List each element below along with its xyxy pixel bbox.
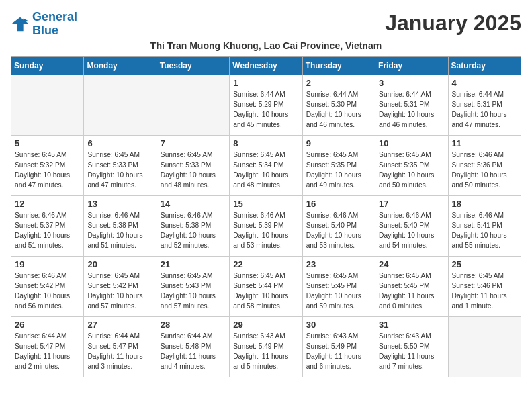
day-number: 26 (15, 320, 80, 330)
day-info: Sunrise: 6:44 AM Sunset: 5:47 PM Dayligh… (15, 331, 80, 372)
table-cell: 22Sunrise: 6:45 AM Sunset: 5:44 PM Dayli… (230, 256, 302, 316)
day-info: Sunrise: 6:45 AM Sunset: 5:35 PM Dayligh… (379, 150, 444, 191)
day-info: Sunrise: 6:44 AM Sunset: 5:47 PM Dayligh… (87, 331, 152, 372)
table-cell: 6Sunrise: 6:45 AM Sunset: 5:33 PM Daylig… (84, 135, 157, 195)
table-cell: 31Sunrise: 6:43 AM Sunset: 5:50 PM Dayli… (375, 316, 448, 377)
day-number: 14 (161, 199, 226, 209)
col-friday: Friday (375, 56, 448, 75)
table-cell: 8Sunrise: 6:45 AM Sunset: 5:34 PM Daylig… (230, 135, 302, 195)
table-cell: 7Sunrise: 6:45 AM Sunset: 5:33 PM Daylig… (157, 135, 229, 195)
day-number: 22 (233, 259, 298, 269)
day-info: Sunrise: 6:45 AM Sunset: 5:45 PM Dayligh… (306, 271, 371, 312)
day-number: 20 (87, 259, 152, 269)
day-info: Sunrise: 6:45 AM Sunset: 5:46 PM Dayligh… (452, 271, 517, 312)
table-cell: 23Sunrise: 6:45 AM Sunset: 5:45 PM Dayli… (302, 256, 375, 316)
day-number: 8 (233, 138, 298, 148)
day-info: Sunrise: 6:43 AM Sunset: 5:49 PM Dayligh… (306, 331, 371, 372)
day-info: Sunrise: 6:46 AM Sunset: 5:40 PM Dayligh… (379, 210, 444, 251)
table-cell: 27Sunrise: 6:44 AM Sunset: 5:47 PM Dayli… (84, 316, 157, 377)
table-cell: 20Sunrise: 6:45 AM Sunset: 5:42 PM Dayli… (84, 256, 157, 316)
day-number: 19 (15, 259, 80, 269)
day-info: Sunrise: 6:45 AM Sunset: 5:43 PM Dayligh… (161, 271, 226, 312)
table-cell: 19Sunrise: 6:46 AM Sunset: 5:42 PM Dayli… (11, 256, 84, 316)
day-info: Sunrise: 6:44 AM Sunset: 5:31 PM Dayligh… (452, 89, 517, 130)
table-cell (448, 316, 521, 377)
table-cell: 28Sunrise: 6:44 AM Sunset: 5:48 PM Dayli… (157, 316, 229, 377)
day-info: Sunrise: 6:46 AM Sunset: 5:38 PM Dayligh… (87, 210, 152, 251)
day-number: 25 (452, 259, 517, 269)
day-info: Sunrise: 6:45 AM Sunset: 5:34 PM Dayligh… (233, 150, 298, 191)
logo-line2: Blue (32, 24, 58, 37)
day-info: Sunrise: 6:46 AM Sunset: 5:37 PM Dayligh… (15, 210, 80, 251)
day-info: Sunrise: 6:45 AM Sunset: 5:33 PM Dayligh… (87, 150, 152, 191)
day-number: 21 (161, 259, 226, 269)
table-cell: 17Sunrise: 6:46 AM Sunset: 5:40 PM Dayli… (375, 195, 448, 256)
table-cell: 5Sunrise: 6:45 AM Sunset: 5:32 PM Daylig… (11, 135, 84, 195)
day-number: 11 (452, 138, 517, 148)
table-cell: 14Sunrise: 6:46 AM Sunset: 5:38 PM Dayli… (157, 195, 229, 256)
col-thursday: Thursday (302, 56, 375, 75)
day-info: Sunrise: 6:43 AM Sunset: 5:49 PM Dayligh… (233, 331, 298, 372)
day-number: 13 (87, 199, 152, 209)
day-info: Sunrise: 6:46 AM Sunset: 5:41 PM Dayligh… (452, 210, 517, 251)
day-info: Sunrise: 6:46 AM Sunset: 5:42 PM Dayligh… (15, 271, 80, 312)
calendar-row: 26Sunrise: 6:44 AM Sunset: 5:47 PM Dayli… (11, 316, 521, 377)
calendar-row: 12Sunrise: 6:46 AM Sunset: 5:37 PM Dayli… (11, 195, 521, 256)
table-cell: 24Sunrise: 6:45 AM Sunset: 5:45 PM Dayli… (375, 256, 448, 316)
day-number: 2 (306, 78, 371, 88)
table-cell: 4Sunrise: 6:44 AM Sunset: 5:31 PM Daylig… (448, 75, 521, 135)
table-cell: 9Sunrise: 6:45 AM Sunset: 5:35 PM Daylig… (302, 135, 375, 195)
table-cell: 13Sunrise: 6:46 AM Sunset: 5:38 PM Dayli… (84, 195, 157, 256)
day-number: 6 (87, 138, 152, 148)
month-title: January 2025 (385, 11, 521, 36)
svg-marker-0 (12, 17, 28, 32)
table-cell (157, 75, 229, 135)
table-cell: 30Sunrise: 6:43 AM Sunset: 5:49 PM Dayli… (302, 316, 375, 377)
day-number: 3 (379, 78, 444, 88)
logo-line1: General (32, 10, 77, 24)
day-info: Sunrise: 6:45 AM Sunset: 5:33 PM Dayligh… (161, 150, 226, 191)
day-info: Sunrise: 6:44 AM Sunset: 5:48 PM Dayligh… (161, 331, 226, 372)
day-info: Sunrise: 6:45 AM Sunset: 5:42 PM Dayligh… (87, 271, 152, 312)
day-number: 7 (161, 138, 226, 148)
day-number: 10 (379, 138, 444, 148)
day-info: Sunrise: 6:44 AM Sunset: 5:31 PM Dayligh… (379, 89, 444, 130)
day-info: Sunrise: 6:44 AM Sunset: 5:29 PM Dayligh… (233, 89, 298, 130)
table-cell: 21Sunrise: 6:45 AM Sunset: 5:43 PM Dayli… (157, 256, 229, 316)
day-number: 4 (452, 78, 517, 88)
day-info: Sunrise: 6:45 AM Sunset: 5:44 PM Dayligh… (233, 271, 298, 312)
day-number: 18 (452, 199, 517, 209)
table-cell: 3Sunrise: 6:44 AM Sunset: 5:31 PM Daylig… (375, 75, 448, 135)
day-number: 16 (306, 199, 371, 209)
title-block: January 2025 (385, 11, 521, 36)
page-header: General Blue January 2025 (11, 11, 521, 38)
table-cell: 25Sunrise: 6:45 AM Sunset: 5:46 PM Dayli… (448, 256, 521, 316)
col-wednesday: Wednesday (230, 56, 302, 75)
day-info: Sunrise: 6:46 AM Sunset: 5:40 PM Dayligh… (306, 210, 371, 251)
table-cell: 10Sunrise: 6:45 AM Sunset: 5:35 PM Dayli… (375, 135, 448, 195)
day-number: 28 (161, 320, 226, 330)
table-cell: 26Sunrise: 6:44 AM Sunset: 5:47 PM Dayli… (11, 316, 84, 377)
col-tuesday: Tuesday (157, 56, 229, 75)
table-cell: 2Sunrise: 6:44 AM Sunset: 5:30 PM Daylig… (302, 75, 375, 135)
col-monday: Monday (84, 56, 157, 75)
table-cell: 12Sunrise: 6:46 AM Sunset: 5:37 PM Dayli… (11, 195, 84, 256)
calendar-table: Sunday Monday Tuesday Wednesday Thursday… (11, 56, 521, 377)
table-cell: 11Sunrise: 6:46 AM Sunset: 5:36 PM Dayli… (448, 135, 521, 195)
subtitle: Thi Tran Muong Khuong, Lao Cai Province,… (11, 40, 521, 51)
day-info: Sunrise: 6:44 AM Sunset: 5:30 PM Dayligh… (306, 89, 371, 130)
calendar-row: 1Sunrise: 6:44 AM Sunset: 5:29 PM Daylig… (11, 75, 521, 135)
day-number: 17 (379, 199, 444, 209)
day-number: 15 (233, 199, 298, 209)
table-cell: 18Sunrise: 6:46 AM Sunset: 5:41 PM Dayli… (448, 195, 521, 256)
table-cell: 15Sunrise: 6:46 AM Sunset: 5:39 PM Dayli… (230, 195, 302, 256)
day-number: 27 (87, 320, 152, 330)
day-number: 29 (233, 320, 298, 330)
day-number: 24 (379, 259, 444, 269)
day-number: 30 (306, 320, 371, 330)
col-sunday: Sunday (11, 56, 84, 75)
col-saturday: Saturday (448, 56, 521, 75)
table-cell: 1Sunrise: 6:44 AM Sunset: 5:29 PM Daylig… (230, 75, 302, 135)
day-info: Sunrise: 6:45 AM Sunset: 5:45 PM Dayligh… (379, 271, 444, 312)
day-number: 1 (233, 78, 298, 88)
